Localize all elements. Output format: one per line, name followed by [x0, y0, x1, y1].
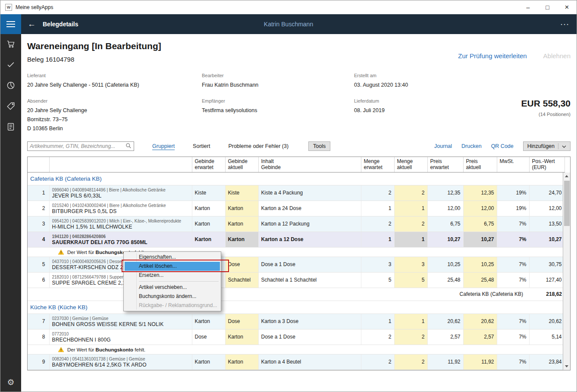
sidebar-item-statistics[interactable]	[0, 75, 21, 96]
gear-icon: ⚙	[7, 377, 14, 387]
column-header[interactable]: Preiserwartet	[427, 157, 463, 172]
field-absender: Absender 20 Jahre Selly Challenge Bornit…	[27, 98, 202, 133]
sidebar-item-catalog[interactable]	[0, 117, 21, 138]
row-number: 8	[28, 329, 49, 345]
add-button[interactable]: Hinzufügen	[523, 141, 571, 151]
warning-message: Der Wert für Buchungskonto fehlt.	[28, 345, 564, 354]
scroll-down-button[interactable]	[563, 363, 571, 370]
column-header[interactable]: Gebindeerwartet	[192, 157, 225, 172]
forward-for-review-button[interactable]: Zur Prüfung weiterleiten	[458, 52, 527, 60]
search-icon[interactable]	[125, 143, 132, 150]
vertical-scrollbar[interactable]	[563, 172, 570, 370]
article-cell: 0215240 | 04102430002404 | Biere | Alkoh…	[49, 201, 192, 216]
minimize-icon: –	[527, 4, 530, 11]
context-menu-item[interactable]: Eigenschaften...	[125, 253, 220, 262]
preis-erwartet-cell: 10,27	[427, 232, 463, 247]
field-lieferdatum: Lieferdatum 08. Juli 2019	[354, 98, 514, 133]
user-name: Katrin Buschmann	[0, 21, 577, 28]
field-label: Erstellt am	[354, 73, 571, 78]
article-name: BITBURGER PILS 0,5L DS	[52, 208, 189, 215]
preis-erwartet-cell: 2,57	[427, 329, 463, 345]
preis-erwartet-cell: 10,25	[427, 257, 463, 272]
context-menu-item[interactable]: Ersetzen...	[125, 271, 220, 280]
article-meta: 1941120 | 04028286420806	[52, 234, 189, 239]
article-row[interactable]: 41941120 | 04028286420806SAUERKRAUT DELI…	[28, 232, 564, 247]
article-name: BRECHBOHNEN I 800G	[52, 337, 189, 343]
article-name: BOHNEN GROSS WEISSE KERNE 5/1 NOLIK	[52, 321, 189, 328]
toolbar-right: Journal Drucken QR Code Hinzufügen	[434, 141, 571, 151]
context-menu-item[interactable]: Artikel verschieben...	[125, 283, 220, 292]
column-header[interactable]: Preisaktuell	[463, 157, 497, 172]
problems-link[interactable]: Probleme oder Fehler (3)	[228, 143, 288, 149]
column-header[interactable]: Mengeaktuell	[394, 157, 427, 172]
tools-button[interactable]: Tools	[308, 141, 330, 151]
pos-wert-cell: 13,50	[529, 216, 564, 232]
article-row[interactable]: 20215240 | 04102430002404 | Biere | Alko…	[28, 201, 564, 216]
scrollbar-thumb[interactable]	[564, 181, 570, 226]
article-row[interactable]: 70237030 | Gemüse | GemüseBOHNEN GROSS W…	[28, 314, 564, 329]
app-window: W Meine sellyApps – □ × ← Belegdetails K…	[0, 0, 577, 392]
preis-erwartet-cell: 12,35	[427, 185, 463, 201]
preis-erwartet-cell: 12,00	[427, 201, 463, 216]
items-body: Cafeteria KB (Cafeteria KB)10996040 | 04…	[28, 172, 564, 370]
close-button[interactable]: ×	[557, 0, 577, 14]
column-header[interactable]	[28, 157, 49, 172]
search-input[interactable]	[30, 143, 125, 149]
gebinde-erwartet-cell: Karton	[192, 354, 225, 370]
minimize-button[interactable]: –	[518, 0, 538, 14]
preis-erwartet-cell: 25,48	[427, 272, 463, 288]
mwst-cell: 7%	[497, 216, 529, 232]
field-lieferant: Lieferant 20 Jahre Selly Challenge - 501…	[27, 73, 202, 90]
gebinde-erwartet-cell: Karton	[192, 216, 225, 232]
article-row[interactable]: 90082040 | 05411361001738 | Gemüse | Gem…	[28, 354, 564, 370]
app-icon: W	[5, 4, 12, 11]
sidebar-item-prices[interactable]	[0, 96, 21, 117]
sidebar-item-purchase[interactable]	[0, 34, 21, 55]
pos-wert-cell: 30,75	[529, 257, 564, 272]
field-value: Testfirma sellysolutions	[202, 106, 354, 115]
journal-link[interactable]: Journal	[434, 143, 452, 149]
qr-code-link[interactable]: QR Code	[491, 143, 514, 149]
add-button-label: Hinzufügen	[527, 143, 555, 149]
column-header[interactable]: InhaltGebinde	[258, 157, 361, 172]
reject-button[interactable]: Ablehnen	[543, 52, 571, 60]
menge-erwartet-cell: 2	[361, 329, 394, 345]
sort-link[interactable]: Sortiert	[193, 143, 210, 149]
menge-erwartet-cell: 5	[361, 272, 394, 288]
group-toggle-link[interactable]: Gruppiert	[152, 143, 175, 149]
group-header[interactable]: Küche KB (Küche KB)	[28, 301, 564, 314]
field-value: 03. August 2020 13:40	[354, 81, 571, 90]
column-header[interactable]	[49, 157, 192, 172]
mwst-cell: 7%	[497, 257, 529, 272]
close-icon: ×	[565, 3, 569, 12]
field-label: Empfänger	[202, 98, 354, 104]
article-row[interactable]: 10996040 | 04008948114496 | Biere | Alko…	[28, 185, 564, 201]
article-meta: 0082040 | 05411361001738 | Gemüse | Gemü…	[52, 356, 189, 362]
column-header[interactable]: Pos.-Wert(EUR)	[529, 157, 564, 172]
button-divider	[558, 143, 558, 149]
scroll-up-button[interactable]	[563, 172, 571, 180]
group-header[interactable]: Cafeteria KB (Cafeteria KB)	[28, 172, 564, 185]
column-header[interactable]: MwSt.	[497, 157, 529, 172]
article-row[interactable]: 50437010 | 04000492005626 | DessertsDESS…	[28, 257, 564, 272]
menge-aktuell-cell: 3	[394, 257, 427, 272]
article-row[interactable]: 80772010BRECHBOHNEN I 800GDoseKartonDose…	[28, 329, 564, 345]
article-meta: 0237030 | Gemüse | Gemüse	[52, 316, 189, 321]
column-header[interactable]: Mengeerwartet	[361, 157, 394, 172]
maximize-button[interactable]: □	[538, 0, 557, 14]
preis-aktuell-cell: 10,25	[463, 257, 497, 272]
context-menu-item[interactable]: Buchungskonto ändern...	[125, 292, 220, 301]
page-title: Wareneingang [In Bearbeitung]	[27, 41, 571, 51]
article-row[interactable]: 30954120 | 04025839012020 | Milch | Eier…	[28, 216, 564, 232]
pos-wert-cell: 12,00	[529, 201, 564, 216]
sidebar-item-approvals[interactable]	[0, 55, 21, 75]
print-link[interactable]: Drucken	[461, 143, 482, 149]
column-header[interactable]: Gebindeaktuell	[225, 157, 258, 172]
document-total: EUR 558,30 (14 Positionen)	[514, 98, 571, 133]
field-value: 08. Juli 2019	[354, 106, 514, 115]
context-menu-item[interactable]: Artikel löschen...	[125, 262, 220, 271]
article-row[interactable]: 62182010 | 08712566479788 | SuppenSUPPE …	[28, 272, 564, 288]
content-area: Wareneingang [In Bearbeitung] Beleg 1610…	[21, 34, 577, 392]
sidebar-item-settings[interactable]: ⚙	[0, 373, 21, 392]
pos-wert-cell: 24,70	[529, 185, 564, 201]
